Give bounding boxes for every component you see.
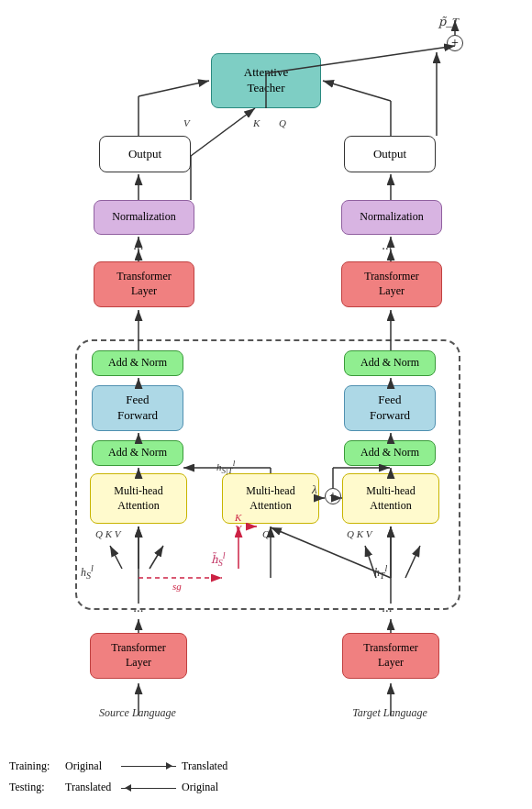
legend: Training: Original Translated Testing: T…: [9, 757, 227, 800]
dots-right-top: ···: [382, 241, 392, 257]
training-arrow-right: [121, 766, 176, 767]
translated-left-label: Translated: [65, 778, 116, 798]
target-language-label: Target Language: [321, 706, 459, 720]
multihead-right-box: Multi-head Attention: [342, 473, 439, 524]
output-right-box: Output: [344, 136, 436, 172]
transformer-right-top-box: Transformer Layer: [341, 261, 442, 307]
testing-label: Testing:: [9, 778, 60, 798]
source-language-label: Source Language: [69, 706, 206, 720]
add-norm-right-top-box: Add & Norm: [344, 350, 436, 376]
lambda-label: λ: [312, 482, 317, 497]
sg-label: sg: [172, 581, 182, 592]
qkv-right-label: Q K V: [347, 528, 372, 539]
lambda-plus-circle: +: [325, 488, 341, 504]
original-label: Original: [65, 757, 116, 777]
training-label: Training:: [9, 757, 60, 777]
legend-testing-row: Testing: Translated Original: [9, 778, 227, 798]
transformer-right-bottom-box: Transformer Layer: [342, 633, 439, 679]
attentive-teacher-box: Attentive Teacher: [211, 53, 321, 108]
h-s-label: hSl: [81, 563, 94, 581]
svg-line-30: [323, 81, 391, 101]
original-right-label: Original: [182, 778, 218, 798]
testing-arrow-left: [121, 788, 176, 789]
add-norm-right-mid-box: Add & Norm: [344, 440, 436, 466]
qkv-left-label: Q K V: [95, 528, 121, 539]
transformer-left-bottom-box: Transformer Layer: [90, 633, 187, 679]
k-teacher-label: K: [253, 117, 260, 128]
dots-right-bottom: ···: [382, 604, 392, 619]
q-center-label: Q: [262, 528, 270, 539]
q-teacher-label: Q: [279, 117, 286, 128]
translated-right-label: Translated: [182, 757, 227, 777]
svg-line-28: [191, 108, 255, 156]
add-norm-left-mid-box: Add & Norm: [92, 440, 183, 466]
norm-right-box: Normalization: [341, 200, 442, 235]
legend-training-row: Training: Original Translated: [9, 757, 227, 777]
dots-left-top: ···: [133, 241, 143, 257]
v-teacher-label: V: [183, 117, 190, 128]
feed-forward-right-box: Feed Forward: [344, 385, 436, 431]
p-tilde-plus-circle: +: [447, 35, 463, 51]
diagram-container: Attentive Teacher Output Output Normaliz…: [0, 0, 532, 809]
multihead-left-box: Multi-head Attention: [90, 473, 187, 524]
feed-forward-left-box: Feed Forward: [92, 385, 183, 431]
dots-left-bottom: ···: [133, 604, 143, 619]
p-tilde-label: p̃_T: [438, 15, 459, 29]
add-norm-left-top-box: Add & Norm: [92, 350, 183, 376]
h-t-label: hTl: [374, 563, 387, 581]
h-st-label: hS|Tl: [216, 459, 235, 475]
output-left-box: Output: [99, 136, 191, 172]
h-s-tilde-label: h̃Sl: [211, 550, 226, 568]
transformer-left-top-box: Transformer Layer: [94, 261, 194, 307]
norm-left-box: Normalization: [94, 200, 194, 235]
kv-pink-label: KV: [235, 512, 241, 534]
svg-line-25: [139, 81, 209, 96]
